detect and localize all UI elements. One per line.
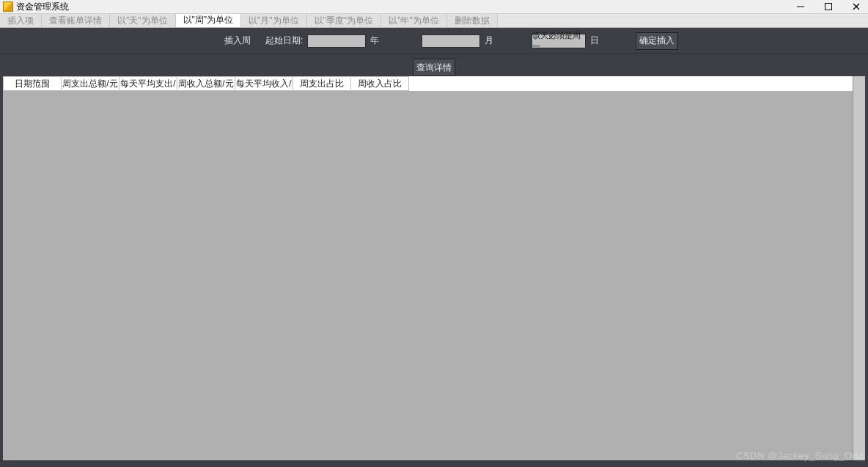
tab-7[interactable]: 删除数据 (447, 14, 498, 27)
insert-toolbar: 插入周 起始日期: 年 月 该天必须是周一 日 确定插入 (0, 28, 868, 54)
tab-6[interactable]: 以"年"为单位 (381, 14, 447, 27)
month-suffix: 月 (485, 34, 493, 47)
vertical-scrollbar[interactable] (853, 76, 865, 461)
column-header-1[interactable]: 周支出总额/元 (62, 76, 119, 91)
query-details-button[interactable]: 查询详情 (413, 59, 455, 76)
tab-0[interactable]: 插入项 (0, 14, 42, 27)
tab-1[interactable]: 查看账单详情 (42, 14, 110, 27)
confirm-insert-button[interactable]: 确定插入 (636, 32, 678, 50)
tab-5[interactable]: 以"季度"为单位 (307, 14, 382, 27)
maximize-button[interactable] (820, 1, 837, 12)
table-area: 日期范围周支出总额/元周每天平均支出/元周收入总额/元周每天平均收入/元周支出占… (3, 76, 853, 461)
minimize-button[interactable] (792, 1, 809, 12)
tab-2[interactable]: 以"天"为单位 (110, 14, 176, 27)
column-header-6[interactable]: 周收入占比 (351, 76, 409, 91)
window-titlebar: 资金管理系统 (0, 0, 868, 14)
tab-3[interactable]: 以"周"为单位 (176, 14, 242, 27)
app-icon (3, 1, 13, 12)
tab-4[interactable]: 以"月"为单位 (241, 14, 307, 27)
tab-strip: 插入项查看账单详情以"天"为单位以"周"为单位以"月"为单位以"季度"为单位以"… (0, 14, 868, 28)
svg-rect-1 (825, 4, 832, 10)
column-header-3[interactable]: 周收入总额/元 (177, 76, 235, 91)
content-area: 日期范围周支出总额/元周每天平均支出/元周收入总额/元周每天平均收入/元周支出占… (3, 76, 865, 461)
start-date-label: 起始日期: (265, 34, 303, 47)
table-header: 日期范围周支出总额/元周每天平均支出/元周收入总额/元周每天平均收入/元周支出占… (3, 76, 853, 91)
day-suffix: 日 (590, 34, 599, 47)
year-suffix: 年 (370, 34, 379, 47)
column-header-2[interactable]: 周每天平均支出/元 (119, 76, 177, 91)
year-input[interactable] (307, 34, 366, 48)
monday-hint-button[interactable]: 该天必须是周一 (532, 34, 586, 48)
window-title: 资金管理系统 (16, 1, 69, 13)
status-bar (0, 460, 868, 467)
close-button[interactable] (847, 1, 865, 12)
month-input[interactable] (422, 34, 480, 48)
column-header-5[interactable]: 周支出占比 (293, 76, 351, 91)
column-header-4[interactable]: 周每天平均收入/元 (235, 76, 293, 91)
insert-week-label: 插入周 (224, 34, 251, 47)
column-header-0[interactable]: 日期范围 (3, 76, 62, 91)
